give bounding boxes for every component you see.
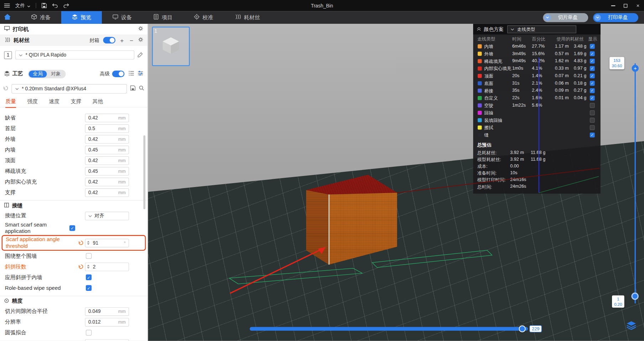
layers-icon[interactable] bbox=[626, 320, 637, 332]
file-menu[interactable]: 文件 bbox=[15, 2, 31, 9]
maximize-button[interactable] bbox=[619, 0, 632, 11]
seam-position-select[interactable]: 对齐 bbox=[85, 212, 129, 220]
line-type-label: 装填回抽 bbox=[484, 117, 502, 123]
param-input[interactable]: 0.42mm bbox=[85, 177, 129, 186]
process-profile-select[interactable]: * 0.20mm Standard @XPlus4 bbox=[11, 84, 127, 94]
total-row: 总耗材丝:3.92 m11.68 g bbox=[473, 150, 601, 156]
param-input[interactable]: 0.45mm bbox=[85, 145, 129, 154]
visibility-checkbox[interactable]: ✓ bbox=[590, 88, 595, 93]
scope-object[interactable]: 对象 bbox=[47, 70, 65, 78]
process-tab-速度[interactable]: 速度 bbox=[49, 98, 59, 107]
chevron-down-icon bbox=[15, 86, 19, 91]
reset-icon[interactable] bbox=[78, 264, 85, 269]
search-icon[interactable] bbox=[139, 85, 144, 92]
spinner-controls[interactable] bbox=[87, 265, 90, 269]
visibility-checkbox[interactable] bbox=[590, 125, 595, 130]
param-input[interactable] bbox=[85, 339, 129, 341]
minimize-button[interactable] bbox=[607, 0, 619, 11]
tune-icon[interactable] bbox=[138, 70, 143, 77]
chevron-down-icon[interactable] bbox=[594, 14, 601, 21]
arc-fitting-checkbox[interactable] bbox=[86, 330, 91, 336]
nav-tab-label: 校准 bbox=[203, 14, 213, 21]
list-icon[interactable] bbox=[129, 70, 134, 77]
view-type-select[interactable]: 走线类型 bbox=[507, 25, 576, 33]
visibility-checkbox[interactable]: ✓ bbox=[590, 96, 595, 101]
visibility-checkbox[interactable]: ✓ bbox=[590, 81, 595, 86]
nav-tab-label: 准备 bbox=[40, 14, 51, 21]
process-tab-强度[interactable]: 强度 bbox=[27, 98, 38, 107]
advanced-toggle[interactable] bbox=[112, 70, 125, 77]
around-wall-label: 围绕整个围墙 bbox=[5, 253, 85, 260]
filament-settings-icon[interactable] bbox=[138, 37, 143, 43]
remove-filament-button[interactable]: − bbox=[129, 37, 134, 44]
edit-icon[interactable] bbox=[138, 52, 143, 59]
add-layer-range-button[interactable]: + bbox=[632, 65, 639, 72]
visibility-checkbox[interactable] bbox=[590, 110, 595, 115]
layer-slider-handle[interactable] bbox=[631, 293, 639, 300]
model-cube[interactable] bbox=[306, 175, 397, 265]
layer-slider-track[interactable] bbox=[635, 63, 636, 304]
nav-tab-prepare[interactable]: 准备 bbox=[21, 11, 61, 24]
visibility-checkbox[interactable]: ✓ bbox=[590, 44, 595, 49]
spinner-controls[interactable] bbox=[87, 241, 90, 245]
apply-inner-checkbox[interactable]: ✓ bbox=[86, 275, 91, 280]
viewport-3d[interactable]: 1 颜色方案 走线类型 走线类型时间百分比使用的耗材丝显示 内墙6m46s27.… bbox=[148, 24, 644, 341]
scarf-angle-input[interactable]: 91 ° bbox=[85, 239, 129, 247]
total-value: 3.92 m bbox=[510, 156, 524, 161]
line-type-length: 0.01 m bbox=[555, 95, 569, 100]
collapse-icon[interactable] bbox=[477, 26, 481, 32]
visibility-checkbox[interactable]: ✓ bbox=[590, 133, 595, 138]
scope-global[interactable]: 全局 bbox=[29, 70, 47, 78]
redo-icon[interactable] bbox=[63, 3, 69, 8]
param-input[interactable]: 0.45mm bbox=[85, 167, 129, 175]
legend-row: 稀疏填充9m49s40.2%1.62 m4.83 g✓ bbox=[473, 58, 601, 65]
home-button[interactable] bbox=[0, 11, 15, 24]
save-icon[interactable] bbox=[42, 3, 47, 8]
param-input[interactable]: 0.012mm bbox=[85, 318, 129, 326]
add-filament-button[interactable]: + bbox=[119, 37, 125, 44]
around-wall-checkbox[interactable] bbox=[86, 253, 91, 259]
filament-select[interactable]: * QIDI PLA Rapido bbox=[15, 50, 135, 59]
param-input[interactable]: 0.049mm bbox=[85, 307, 129, 316]
chevron-down-icon[interactable] bbox=[544, 14, 551, 21]
process-tab-其他[interactable]: 其他 bbox=[93, 98, 103, 107]
param-input[interactable]: 0.42mm bbox=[85, 135, 129, 143]
scarf-segments-input[interactable]: 2 bbox=[85, 262, 129, 271]
process-tab-质量[interactable]: 质量 bbox=[5, 98, 16, 108]
hamburger-menu-icon[interactable] bbox=[4, 3, 10, 8]
line-type-percent: 27.7% bbox=[532, 43, 545, 48]
nav-tab-device[interactable]: 设备 bbox=[102, 11, 142, 24]
param-input[interactable]: 0.42mm bbox=[85, 188, 129, 197]
sync-icon[interactable] bbox=[3, 86, 8, 92]
printer-settings-icon[interactable] bbox=[138, 26, 143, 32]
plate-thumbnail[interactable]: 1 bbox=[152, 27, 190, 66]
param-input[interactable]: 0.5mm bbox=[85, 124, 129, 133]
close-button[interactable]: × bbox=[632, 0, 644, 11]
visibility-checkbox[interactable]: ✓ bbox=[590, 74, 595, 79]
visibility-checkbox[interactable]: ✓ bbox=[590, 66, 595, 71]
save-preset-icon[interactable] bbox=[130, 85, 136, 92]
line-width-params: 缺省0.42mm首层0.5mm外墙0.42mm内墙0.45mm顶面0.42mm稀… bbox=[0, 112, 147, 198]
slice-plate-button[interactable]: 切片单盘 bbox=[543, 13, 588, 22]
nav-tab-filament[interactable]: 耗材丝 bbox=[224, 11, 271, 24]
nav-tab-calibration[interactable]: 校准 bbox=[183, 11, 224, 24]
seal-toggle[interactable] bbox=[103, 37, 116, 43]
wipe-speed-checkbox[interactable]: ✓ bbox=[86, 285, 91, 291]
param-input[interactable]: 0.42mm bbox=[85, 113, 129, 122]
undo-icon[interactable] bbox=[52, 3, 58, 8]
smart-scarf-checkbox[interactable]: ✓ bbox=[69, 225, 75, 231]
nav-tab-project[interactable]: 项目 bbox=[142, 11, 183, 24]
visibility-checkbox[interactable] bbox=[590, 118, 595, 123]
visibility-checkbox[interactable]: ✓ bbox=[590, 59, 595, 64]
process-tab-支撑[interactable]: 支撑 bbox=[70, 98, 81, 107]
step-slider-handle[interactable] bbox=[519, 325, 526, 332]
visibility-checkbox[interactable]: ✓ bbox=[590, 51, 595, 56]
print-plate-button[interactable]: 打印单盘 bbox=[593, 13, 638, 22]
top-layer-number: 153 bbox=[611, 58, 623, 63]
nav-tab-preview[interactable]: 预览 bbox=[61, 11, 102, 24]
param-input[interactable]: 0.42mm bbox=[85, 156, 129, 165]
reset-icon[interactable] bbox=[78, 240, 85, 245]
scrollbar-thumb[interactable] bbox=[143, 135, 146, 209]
step-slider-track[interactable] bbox=[250, 327, 528, 331]
visibility-checkbox[interactable] bbox=[590, 103, 595, 108]
